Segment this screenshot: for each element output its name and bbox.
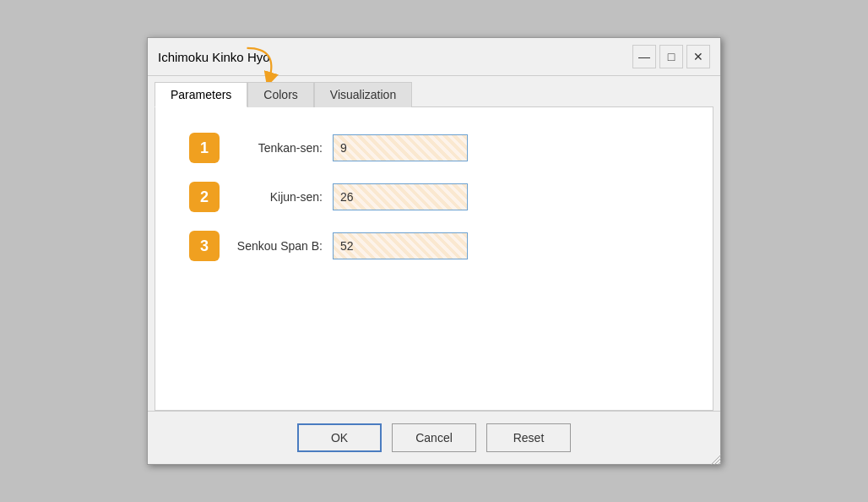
- input-senkou-span-b[interactable]: [333, 232, 468, 259]
- badge-3: 3: [189, 231, 220, 261]
- cancel-button[interactable]: Cancel: [392, 423, 476, 452]
- param-row-1: 1 Tenkan-sen:: [189, 133, 679, 163]
- reset-button[interactable]: Reset: [486, 423, 571, 452]
- title-bar: Ichimoku Kinko Hyo — □ ✕: [148, 38, 720, 76]
- content-area: 1 Tenkan-sen: 2 Kijun-sen: 3 Senkou Span…: [155, 106, 713, 411]
- dialog-title: Ichimoku Kinko Hyo: [158, 50, 270, 64]
- dialog-window: Ichimoku Kinko Hyo — □ ✕ Parameters: [147, 37, 721, 465]
- tab-parameters[interactable]: Parameters: [155, 82, 247, 107]
- window-controls: — □ ✕: [632, 45, 710, 68]
- param-row-2: 2 Kijun-sen:: [189, 182, 679, 212]
- footer: OK Cancel Reset: [148, 411, 720, 464]
- svg-line-1: [714, 458, 721, 465]
- label-senkou-span-b: Senkou Span B:: [230, 239, 323, 253]
- label-kijun-sen: Kijun-sen:: [230, 190, 323, 204]
- input-tenkan-sen[interactable]: [333, 134, 468, 161]
- label-tenkan-sen: Tenkan-sen:: [230, 141, 323, 155]
- minimize-button[interactable]: —: [632, 45, 656, 68]
- tab-visualization[interactable]: Visualization: [314, 82, 412, 107]
- svg-line-2: [718, 461, 721, 465]
- badge-1: 1: [189, 133, 220, 163]
- param-row-3: 3 Senkou Span B:: [189, 231, 679, 261]
- ok-button[interactable]: OK: [297, 423, 382, 452]
- maximize-button[interactable]: □: [659, 45, 683, 68]
- tab-colors[interactable]: Colors: [247, 82, 313, 107]
- tabs-bar: Parameters Colors Visualization: [148, 76, 720, 106]
- input-kijun-sen[interactable]: [333, 183, 468, 210]
- resize-handle[interactable]: [709, 453, 721, 465]
- close-button[interactable]: ✕: [686, 45, 710, 68]
- badge-2: 2: [189, 182, 220, 212]
